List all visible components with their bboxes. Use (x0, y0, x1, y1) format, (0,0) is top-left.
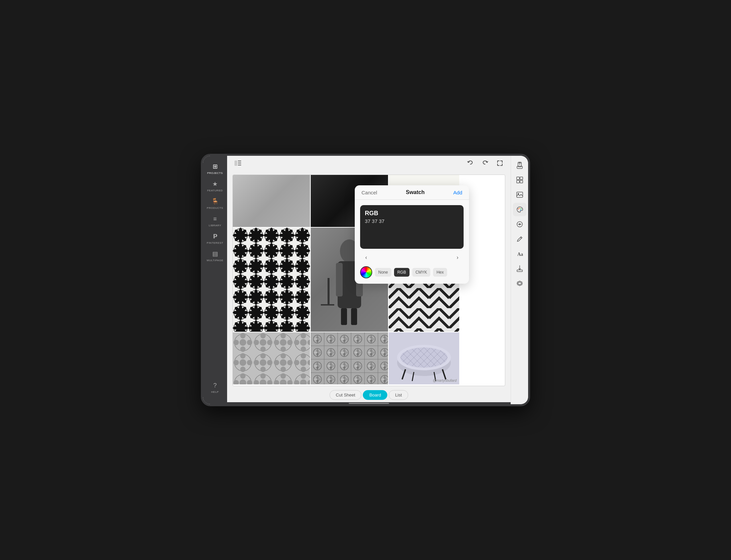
sidebar-item-library[interactable]: ≡ LIBRARY (203, 212, 227, 230)
ipad-screen: ⊞ PROJECTS ★ FEATURED 🪑 PRODUCTS ≡ LIBRA… (203, 156, 528, 404)
color-mode-rgb[interactable]: RGB (394, 268, 410, 277)
svg-rect-39 (233, 332, 310, 384)
sidebar-item-featured[interactable]: ★ FEATURED (203, 177, 227, 195)
color-mode-none[interactable]: None (375, 268, 391, 277)
swatch-color-preview: RGB 37 37 37 (360, 205, 464, 249)
right-toolbar: Aa (511, 156, 528, 404)
color-info: RGB 37 37 37 (365, 210, 384, 224)
top-bar-left (232, 158, 243, 169)
svg-rect-2 (238, 162, 241, 164)
sidebar-label-library: LIBRARY (209, 224, 221, 227)
svg-point-49 (400, 347, 447, 368)
color-model-label: RGB (365, 210, 384, 217)
cell-tiles (311, 332, 388, 384)
swatch-controls: None RGB CMYK Hex (360, 266, 464, 278)
tab-cutsheet[interactable]: Cut Sheet (330, 390, 362, 400)
cell-flowers (233, 332, 310, 384)
ipad-frame: ⊞ PROJECTS ★ FEATURED 🪑 PRODUCTS ≡ LIBRA… (201, 154, 530, 406)
color-mode-hex[interactable]: Hex (433, 268, 447, 277)
palette-button[interactable] (513, 203, 526, 216)
top-bar (227, 156, 511, 171)
sidebar-label-help: HELP (211, 390, 219, 393)
share-button[interactable] (513, 158, 526, 172)
swatch-dialog: Cancel Swatch Add RGB 37 37 37 (355, 185, 469, 284)
pinterest-icon: 𝗣 (211, 232, 219, 240)
bottom-bar: Cut Sheet Board List (227, 387, 511, 402)
cell-watermark: @martynbullard (433, 379, 457, 382)
tab-board[interactable]: Board (363, 390, 387, 400)
svg-rect-27 (351, 308, 357, 325)
svg-rect-1 (238, 160, 241, 161)
sidebar-item-multipage[interactable]: ▤ MULTIPAGE (203, 247, 227, 265)
svg-rect-43 (311, 332, 388, 384)
cell-stool (233, 175, 310, 227)
svg-rect-57 (520, 177, 523, 180)
svg-rect-58 (517, 180, 519, 183)
main-area: MARTYN LAWRENCE BULLARD DESIGN (227, 156, 528, 404)
svg-point-63 (519, 208, 520, 209)
username-label: @martynbullard (232, 386, 505, 387)
sidebar: ⊞ PROJECTS ★ FEATURED 🪑 PRODUCTS ≡ LIBRA… (203, 156, 227, 404)
svg-rect-3 (238, 165, 241, 166)
color-mode-cmyk[interactable]: CMYK (412, 268, 431, 277)
home-bar (349, 403, 389, 404)
cell-ottoman: @martynbullard (389, 332, 459, 384)
swatch-add-button[interactable]: Add (453, 190, 462, 195)
sidebar-label-featured: FEATURED (207, 189, 223, 192)
sidebar-toggle-button[interactable] (232, 158, 243, 169)
swatch-title: Swatch (406, 189, 425, 195)
compass-button[interactable] (513, 218, 526, 231)
svg-point-62 (518, 208, 519, 209)
library-icon: ≡ (211, 215, 219, 223)
expand-button[interactable] (494, 158, 505, 169)
svg-point-64 (520, 208, 521, 209)
tab-list[interactable]: List (389, 390, 408, 400)
color-wheel[interactable] (360, 266, 372, 278)
board-area: MARTYN LAWRENCE BULLARD DESIGN (227, 171, 511, 387)
top-bar-right (465, 158, 505, 169)
cell-pattern (233, 228, 310, 332)
layers-button[interactable] (513, 277, 526, 290)
board-and-bottom: MARTYN LAWRENCE BULLARD DESIGN (227, 156, 511, 404)
svg-text:Aa: Aa (517, 252, 523, 257)
undo-button[interactable] (465, 158, 476, 169)
multipage-icon: ▤ (211, 250, 219, 258)
svg-point-65 (520, 210, 521, 211)
swatch-header: Cancel Swatch Add (355, 185, 469, 200)
swatch-cancel-button[interactable]: Cancel (361, 190, 377, 195)
sidebar-item-projects[interactable]: ⊞ PROJECTS (203, 160, 227, 177)
svg-rect-24 (336, 263, 343, 296)
swatch-body: RGB 37 37 37 ‹ › None RG (355, 200, 469, 284)
svg-rect-56 (517, 177, 519, 180)
redo-button[interactable] (480, 158, 490, 169)
svg-rect-20 (233, 228, 310, 332)
pen-button[interactable] (513, 232, 526, 246)
sidebar-label-multipage: MULTIPAGE (207, 259, 223, 262)
svg-rect-0 (234, 160, 237, 166)
sidebar-label-products: PRODUCTS (207, 206, 223, 209)
svg-rect-28 (328, 278, 330, 305)
sidebar-item-products[interactable]: 🪑 PRODUCTS (203, 195, 227, 212)
download-button[interactable] (513, 262, 526, 275)
products-icon: 🪑 (211, 197, 219, 205)
grid-view-button[interactable] (513, 173, 526, 187)
swatch-nav: ‹ › (360, 253, 464, 262)
sidebar-label-projects: PROJECTS (207, 172, 223, 175)
svg-rect-69 (517, 270, 522, 272)
swatch-next-button[interactable]: › (453, 253, 462, 262)
home-indicator (227, 402, 511, 404)
projects-icon: ⊞ (211, 162, 219, 171)
color-values-label: 37 37 37 (365, 218, 384, 224)
image-button[interactable] (513, 188, 526, 201)
sidebar-label-pinterest: PINTEREST (207, 241, 223, 244)
svg-rect-60 (517, 192, 523, 197)
svg-rect-59 (520, 180, 523, 183)
swatch-prev-button[interactable]: ‹ (361, 253, 371, 262)
sidebar-item-pinterest[interactable]: 𝗣 PINTEREST (203, 230, 227, 247)
help-icon: ? (211, 381, 219, 389)
svg-point-67 (519, 224, 520, 225)
featured-icon: ★ (211, 180, 219, 188)
text-button[interactable]: Aa (513, 247, 526, 261)
svg-rect-26 (341, 308, 347, 325)
sidebar-item-help[interactable]: ? HELP (203, 379, 227, 396)
